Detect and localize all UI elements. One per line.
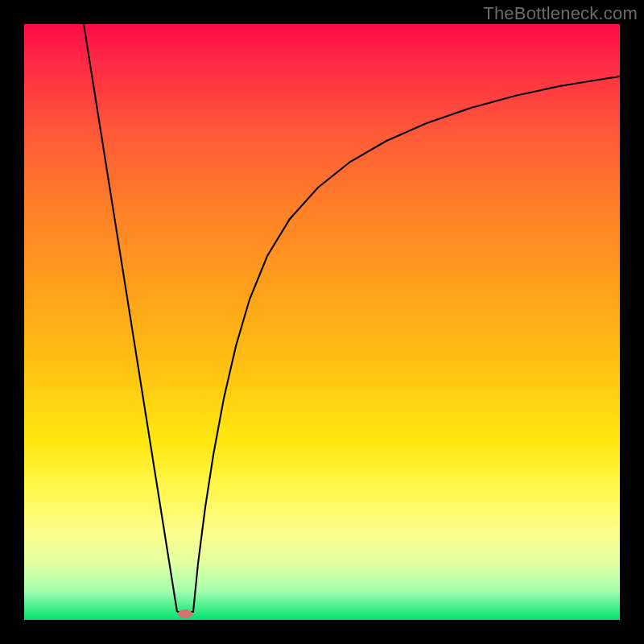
valley-marker: [178, 609, 192, 618]
watermark-text: TheBottleneck.com: [483, 3, 638, 24]
curve-left-branch: [84, 24, 177, 612]
bottleneck-curve: [24, 24, 620, 620]
chart-frame: TheBottleneck.com: [0, 0, 644, 644]
plot-area: [24, 24, 620, 620]
curve-right-branch: [177, 76, 620, 612]
